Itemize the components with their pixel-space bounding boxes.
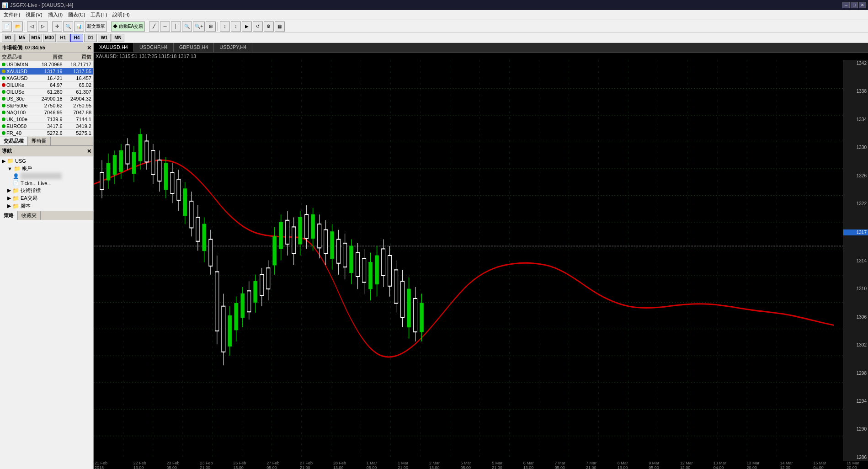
market-watch-row[interactable]: USDMXN 18.70968 18.71717: [0, 61, 93, 68]
nav-item-ea[interactable]: ▶ 📁 EA交易: [6, 194, 92, 202]
tf-m1[interactable]: M1: [2, 34, 15, 42]
close-button[interactable]: ✕: [859, 2, 866, 8]
period-sep-btn[interactable]: ⊞: [206, 21, 216, 32]
market-watch-row[interactable]: UK_100e 7139.9 7144.1: [0, 116, 93, 123]
chart-tab-usdchf[interactable]: USDCHF,H4: [134, 43, 174, 52]
vline-tool[interactable]: │: [171, 21, 181, 32]
open-button[interactable]: 📂: [13, 21, 23, 32]
market-watch-row[interactable]: EURO50 3417.6 3419.2: [0, 123, 93, 130]
nav-item-blurred[interactable]: 👤: [12, 172, 92, 180]
zoom-out-btn[interactable]: 🔍: [182, 21, 192, 32]
back-button[interactable]: ◁: [27, 21, 37, 32]
svg-rect-139: [414, 298, 417, 332]
chart-tab-usdjpy[interactable]: USDJPY,H4: [214, 43, 252, 52]
indicator-btn1[interactable]: ↕: [220, 21, 230, 32]
menu-chart[interactable]: 圖表(C): [65, 11, 88, 19]
symbol-dot: [2, 76, 5, 80]
tickn-icon: 📄: [13, 180, 19, 186]
svg-rect-91: [260, 275, 264, 296]
scroll-right-btn[interactable]: ▶: [242, 21, 252, 32]
indicator-btn2[interactable]: ↕: [231, 21, 241, 32]
chart-container[interactable]: 1342 1338 1334 1330 1326 1322 1317 1314 …: [94, 60, 868, 461]
menu-insert[interactable]: 插入(I): [45, 11, 65, 19]
chart-type-button[interactable]: 📊: [74, 21, 84, 32]
svg-rect-129: [382, 249, 385, 275]
market-watch-row[interactable]: OILUKe 64.97 65.02: [0, 82, 93, 89]
menu-view[interactable]: 視圖(V): [23, 11, 45, 19]
line-tool[interactable]: ╱: [149, 21, 159, 32]
chart-tab-xauusd[interactable]: XAUUSD,H4: [94, 43, 134, 52]
new-order-button[interactable]: 新文章單: [85, 21, 107, 32]
menu-tools[interactable]: 工具(T): [88, 11, 110, 19]
hline-tool[interactable]: ─: [160, 21, 170, 32]
tf-mn[interactable]: MN: [112, 34, 124, 42]
svg-rect-131: [388, 256, 392, 286]
zoom-in-button[interactable]: 🔍: [63, 21, 73, 32]
market-watch-row[interactable]: S&P500e 2750.62 2750.95: [0, 102, 93, 109]
chart-tab-gbpusd[interactable]: GBPUSD,H4: [174, 43, 214, 52]
nav-tab-favorites[interactable]: 收藏夾: [18, 211, 41, 220]
svg-rect-127: [375, 256, 379, 284]
svg-rect-71: [196, 218, 200, 241]
market-watch-header: 市場報價: 07:34:55 ✕: [0, 43, 93, 53]
svg-rect-135: [401, 281, 405, 317]
nav-item-accounts[interactable]: ▼ 📁 帳戶: [6, 165, 92, 172]
tf-m5[interactable]: M5: [16, 34, 28, 42]
zoom-in-btn2[interactable]: 🔍+: [193, 21, 205, 32]
market-watch-tabs: 交易品種 即時圖: [0, 137, 93, 146]
time-axis: 21 Feb 2018 22 Feb 13:00 23 Feb 05:00 23…: [94, 461, 868, 469]
nav-item-scripts[interactable]: ▶ 📁 腳本: [6, 202, 92, 210]
folder-icon5: 📁: [12, 203, 19, 209]
svg-rect-69: [190, 201, 193, 228]
market-watch-row[interactable]: US_30e 24900.18 24904.32: [0, 96, 93, 102]
main-layout: 市場報價: 07:34:55 ✕ 交易品種 賣價 買價 USDMXN 18.70…: [0, 43, 868, 469]
config-btn[interactable]: ⚙: [264, 21, 274, 32]
market-watch-close[interactable]: ✕: [87, 45, 91, 51]
price-1306: 1306: [843, 314, 868, 320]
tf-w1[interactable]: W1: [98, 34, 111, 42]
svg-rect-85: [241, 294, 245, 318]
symbol-dot: [2, 104, 5, 107]
mw-tab-chart[interactable]: 即時圖: [28, 137, 51, 145]
more-btn[interactable]: ▦: [275, 21, 285, 32]
market-watch-row[interactable]: FR_40 5272.6 5275.1: [0, 130, 93, 137]
time-label-10: 1 Mar 21:00: [398, 461, 416, 469]
nav-item-tickn[interactable]: 📄 Tickn... Live...: [12, 180, 92, 187]
nav-item-usg[interactable]: ▶ 📁 USG: [1, 157, 92, 165]
forward-button[interactable]: ▷: [38, 21, 48, 32]
menu-help[interactable]: 說明(H): [110, 11, 132, 19]
expand-icon2: ▼: [7, 166, 12, 171]
nav-label-tickn: Tickn... Live...: [21, 181, 51, 186]
crosshair-button[interactable]: ✛: [52, 21, 62, 32]
svg-rect-81: [228, 316, 232, 346]
chart-header: XAUUSD: 1315:51 1317:25 1315:18 1317:13: [94, 53, 868, 60]
symbol-dot: [2, 90, 5, 94]
nav-tab-strategy[interactable]: 策略: [0, 211, 18, 220]
tf-d1[interactable]: D1: [84, 34, 97, 42]
title-bar-left: 📊 JSGFX-Live - [XAUUSD,H4]: [2, 2, 73, 8]
minimize-button[interactable]: ─: [842, 2, 850, 8]
market-watch-row[interactable]: XAGUSD 16.421 16.457: [0, 75, 93, 82]
navigator-close[interactable]: ✕: [87, 148, 91, 155]
tf-m15[interactable]: M15: [29, 34, 42, 42]
ea-button[interactable]: ◆ 啟動EA交易: [111, 21, 145, 32]
buy-cell: 7047.88: [64, 109, 93, 116]
time-label-20: 13 Mar 04:00: [714, 461, 734, 469]
tf-h1[interactable]: H1: [57, 34, 69, 42]
menu-file[interactable]: 文件(F): [1, 11, 23, 19]
folder-icon: 📁: [7, 158, 14, 164]
tf-m30[interactable]: M30: [43, 34, 56, 42]
maximize-button[interactable]: □: [851, 2, 858, 8]
svg-rect-83: [234, 303, 238, 330]
new-button[interactable]: 📄: [2, 21, 12, 32]
market-watch-row[interactable]: NAQ100 7046.95 7047.88: [0, 109, 93, 116]
mw-tab-symbols[interactable]: 交易品種: [0, 137, 28, 145]
tf-h4[interactable]: H4: [70, 34, 83, 42]
app-icon: 📊: [2, 2, 8, 8]
market-watch-row[interactable]: OILUSe 61.280 61.307: [0, 89, 93, 96]
symbol-cell: FR_40: [0, 130, 35, 137]
refresh-btn[interactable]: ↺: [253, 21, 263, 32]
market-watch-row[interactable]: XAUUSD 1317.19 1317.55: [0, 68, 93, 75]
nav-item-indicators[interactable]: ▶ 📁 技術指標: [6, 187, 92, 194]
symbol-dot: [2, 131, 5, 135]
